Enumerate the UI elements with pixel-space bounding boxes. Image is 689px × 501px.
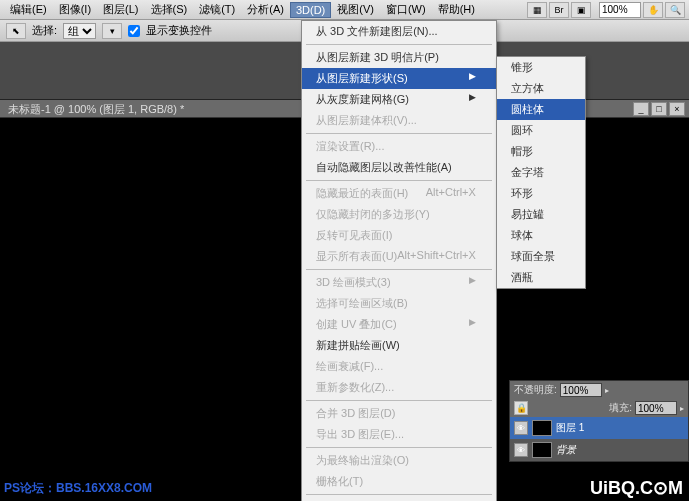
submenu-item[interactable]: 圆环 (497, 120, 585, 141)
submenu-item[interactable]: 锥形 (497, 57, 585, 78)
menu-item: 仅隐藏封闭的多边形(Y) (302, 204, 496, 225)
menu-edit[interactable]: 编辑(E) (4, 0, 53, 19)
opacity-input[interactable] (560, 383, 602, 397)
menu-item: 导出 3D 图层(E)... (302, 424, 496, 445)
visibility-icon[interactable]: 👁 (514, 421, 528, 435)
menu-filter[interactable]: 滤镜(T) (193, 0, 241, 19)
menu-item: 绘画衰减(F)... (302, 356, 496, 377)
menu-item: 选择可绘画区域(B) (302, 293, 496, 314)
menu-item: 3D 绘画模式(3)▶ (302, 272, 496, 293)
submenu-item[interactable]: 球体 (497, 225, 585, 246)
transform-checkbox[interactable] (128, 25, 140, 37)
submenu-item[interactable]: 圆柱体 (497, 99, 585, 120)
screen-icon[interactable]: ▣ (571, 2, 591, 18)
submenu-item[interactable]: 立方体 (497, 78, 585, 99)
layer-row-active[interactable]: 👁 图层 1 (510, 417, 688, 439)
minimize-button[interactable]: _ (633, 102, 649, 116)
menu-item: 合并 3D 图层(D) (302, 403, 496, 424)
submenu-item[interactable]: 环形 (497, 183, 585, 204)
bridge-icon[interactable]: Br (549, 2, 569, 18)
menu-item: 重新参数化(Z)... (302, 377, 496, 398)
menu-item[interactable]: 从灰度新建网格(G)▶ (302, 89, 496, 110)
menu-item[interactable]: 联机浏览 3D 内容(L)... (302, 497, 496, 501)
menu-item: 为最终输出渲染(O) (302, 450, 496, 471)
menu-item[interactable]: 新建拼贴绘画(W) (302, 335, 496, 356)
transform-label: 显示变换控件 (146, 23, 212, 38)
zoom-input[interactable] (599, 2, 641, 18)
zoom-icon[interactable]: 🔍 (665, 2, 685, 18)
main-menubar: 编辑(E) 图像(I) 图层(L) 选择(S) 滤镜(T) 分析(A) 3D(D… (0, 0, 689, 20)
options-icon[interactable]: ▾ (102, 23, 122, 39)
menu-item[interactable]: 自动隐藏图层以改善性能(A) (302, 157, 496, 178)
menu-item: 反转可见表面(I) (302, 225, 496, 246)
mb-icon[interactable]: ▦ (527, 2, 547, 18)
submenu-item[interactable]: 酒瓶 (497, 267, 585, 288)
menu-analysis[interactable]: 分析(A) (241, 0, 290, 19)
menu-item: 创建 UV 叠加(C)▶ (302, 314, 496, 335)
close-button[interactable]: × (669, 102, 685, 116)
menu-image[interactable]: 图像(I) (53, 0, 97, 19)
submenu-item[interactable]: 球面全景 (497, 246, 585, 267)
layers-panel: 不透明度: ▸ 🔒 填充: ▸ 👁 图层 1 👁 背景 (509, 380, 689, 462)
menu-item[interactable]: 从 3D 文件新建图层(N)... (302, 21, 496, 42)
menu-item: 栅格化(T) (302, 471, 496, 492)
logo-text: UiBQ.C⊙M (590, 477, 683, 499)
menu-3d[interactable]: 3D(D) (290, 2, 331, 18)
menu-select[interactable]: 选择(S) (145, 0, 194, 19)
layer-name: 图层 1 (556, 421, 584, 435)
layer-name: 背景 (556, 443, 576, 457)
visibility-icon[interactable]: 👁 (514, 443, 528, 457)
select-mode[interactable]: 组 (63, 23, 96, 39)
menu-item: 隐藏最近的表面(H)Alt+Ctrl+X (302, 183, 496, 204)
menu-3d-dropdown: 从 3D 文件新建图层(N)...从图层新建 3D 明信片(P)从图层新建形状(… (301, 20, 497, 501)
submenu-item[interactable]: 帽形 (497, 141, 585, 162)
layer-row-bg[interactable]: 👁 背景 (510, 439, 688, 461)
hand-icon[interactable]: ✋ (643, 2, 663, 18)
submenu-item[interactable]: 易拉罐 (497, 204, 585, 225)
menu-item: 从图层新建体积(V)... (302, 110, 496, 131)
shape-submenu: 锥形立方体圆柱体圆环帽形金字塔环形易拉罐球体球面全景酒瓶 (496, 56, 586, 289)
lock-icon[interactable]: 🔒 (514, 401, 528, 415)
layer-thumb (532, 420, 552, 436)
fill-label: 填充: (609, 401, 632, 415)
menu-help[interactable]: 帮助(H) (432, 0, 481, 19)
move-tool-icon[interactable]: ⬉ (6, 23, 26, 39)
menu-item[interactable]: 从图层新建形状(S)▶ (302, 68, 496, 89)
menu-item: 渲染设置(R)... (302, 136, 496, 157)
maximize-button[interactable]: □ (651, 102, 667, 116)
fill-input[interactable] (635, 401, 677, 415)
watermark-text: PS论坛：BBS.16XX8.COM (4, 480, 152, 497)
menu-item[interactable]: 从图层新建 3D 明信片(P) (302, 47, 496, 68)
menu-window[interactable]: 窗口(W) (380, 0, 432, 19)
menu-item: 显示所有表面(U)Alt+Shift+Ctrl+X (302, 246, 496, 267)
menu-layer[interactable]: 图层(L) (97, 0, 144, 19)
menu-view[interactable]: 视图(V) (331, 0, 380, 19)
submenu-item[interactable]: 金字塔 (497, 162, 585, 183)
opacity-label: 不透明度: (514, 383, 557, 397)
layer-thumb (532, 442, 552, 458)
select-label: 选择: (32, 23, 57, 38)
